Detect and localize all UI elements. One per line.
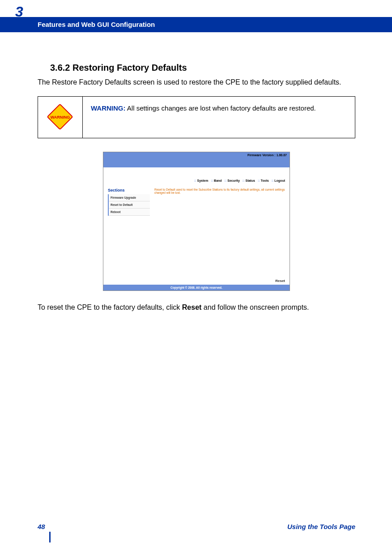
ss-description: Reset to Default used to reset the Subsc… — [154, 188, 285, 195]
warning-text: WARNING: All settings changes are lost w… — [83, 97, 355, 138]
warning-body: All settings changes are lost when facto… — [126, 104, 316, 112]
warning-icon-label: WARNING — [47, 104, 74, 131]
sidebar-item-firmware-upgrade[interactable]: Firmware Upgrade — [109, 194, 150, 201]
chapter-number: 3 — [15, 4, 23, 20]
sidebar-item-reboot[interactable]: Reboot — [109, 209, 150, 216]
nav-security[interactable]: Security — [227, 179, 240, 182]
nav-status[interactable]: Status — [245, 179, 255, 182]
footer-tick — [49, 532, 51, 542]
para2-pre: To reset the CPE to the factory defaults… — [38, 303, 182, 311]
para2-post: and follow the onscreen prompts. — [201, 303, 309, 311]
warning-diamond-icon: WARNING — [47, 104, 74, 131]
ss-sidebar: Sections Firmware Upgrade Reset to Defau… — [103, 186, 153, 285]
warning-icon-cell: WARNING — [38, 97, 83, 138]
page-footer: 48 Using the Tools Page — [38, 523, 355, 530]
chapter-title-bar: Features and Web GUI Configuration — [0, 17, 392, 32]
para2-bold: Reset — [182, 303, 202, 311]
sidebar-title: Sections — [108, 188, 150, 192]
nav-tools[interactable]: Tools — [261, 179, 269, 182]
ss-content: Reset to Default used to reset the Subsc… — [153, 186, 290, 285]
ss-main: Sections Firmware Upgrade Reset to Defau… — [103, 186, 290, 285]
ss-nav: :: System :: Band :: Security :: Status … — [103, 167, 290, 186]
warning-box: WARNING WARNING: All settings changes ar… — [38, 96, 355, 138]
firmware-version-label: Firmware Version : 1.00.07 — [247, 154, 287, 157]
gui-screenshot: Firmware Version : 1.00.07 :: System :: … — [103, 152, 290, 291]
ss-copyright: Copyright © 2008. All rights reserved. — [103, 285, 290, 290]
nav-logout[interactable]: Logout — [274, 179, 285, 182]
reset-paragraph: To reset the CPE to the factory defaults… — [38, 303, 355, 312]
ss-topbar: Firmware Version : 1.00.07 — [103, 152, 290, 167]
page-number: 48 — [38, 523, 45, 530]
warning-label: WARNING: — [91, 104, 126, 112]
section-heading: 3.6.2 Restoring Factory Defaults — [50, 63, 355, 73]
nav-system[interactable]: System — [197, 179, 209, 182]
nav-band[interactable]: Band — [214, 179, 222, 182]
footer-label: Using the Tools Page — [287, 523, 355, 530]
intro-paragraph: The Restore Factory Defaults screen is u… — [38, 77, 355, 87]
body-content: 3.6.2 Restoring Factory Defaults The Res… — [38, 63, 355, 312]
reset-button[interactable]: Reset — [275, 279, 285, 283]
sidebar-item-reset-default[interactable]: Reset to Default — [109, 201, 150, 209]
